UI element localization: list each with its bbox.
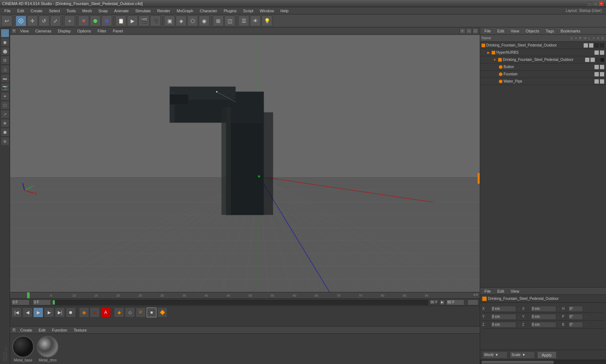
obj-row-button[interactable]: Button bbox=[480, 63, 606, 71]
obj-render-icon[interactable] bbox=[589, 43, 594, 48]
vp-menu-filter[interactable]: Filter bbox=[95, 28, 109, 34]
light-button[interactable]: 💡 bbox=[262, 15, 272, 26]
obj-menu-file[interactable]: File bbox=[482, 28, 494, 34]
coord-mode-dropdown[interactable]: Scale ▼ bbox=[510, 351, 535, 359]
timeline-track[interactable] bbox=[52, 300, 428, 305]
obj-tag-3a[interactable] bbox=[596, 58, 600, 62]
obj-render-3[interactable] bbox=[590, 57, 595, 62]
snap-button[interactable]: ⊞ bbox=[213, 15, 224, 26]
obj-menu-edit[interactable]: Edit bbox=[495, 28, 507, 34]
attr-input-b[interactable] bbox=[568, 322, 583, 328]
mode-y-button[interactable]: ⊕ bbox=[90, 15, 101, 26]
menu-create[interactable]: Create bbox=[28, 8, 45, 14]
menu-mograph[interactable]: MoGraph bbox=[174, 8, 196, 14]
scroll-thumb[interactable] bbox=[482, 361, 554, 364]
obj-row-hypernurbs[interactable]: ▶ HyperNURBS bbox=[480, 49, 606, 56]
vp-menu-view[interactable]: View bbox=[17, 28, 32, 34]
vp-icon-3[interactable]: □ bbox=[473, 28, 478, 34]
anim-button-1[interactable]: ◆ bbox=[114, 307, 124, 318]
obj-tag-3b[interactable] bbox=[600, 58, 605, 62]
attr-menu-edit[interactable]: Edit bbox=[495, 288, 507, 294]
attr-input-x[interactable] bbox=[491, 306, 516, 312]
anim-button-3[interactable]: P bbox=[136, 307, 146, 318]
menu-plugins[interactable]: Plugins bbox=[221, 8, 240, 14]
obj-visibility-icon[interactable] bbox=[583, 43, 588, 48]
window-controls[interactable]: − □ × bbox=[587, 1, 604, 6]
obj-row-fountain[interactable]: Fountain bbox=[480, 71, 606, 78]
fps-input[interactable] bbox=[467, 299, 478, 305]
object-mode-button[interactable]: ▣ bbox=[164, 15, 175, 26]
obj-vis-2[interactable] bbox=[594, 50, 599, 55]
vp-menu-cameras[interactable]: Cameras bbox=[32, 28, 54, 34]
tool-sculpt[interactable]: ❋ bbox=[1, 119, 9, 128]
attr-input-z2[interactable] bbox=[531, 322, 556, 328]
anim-button-2[interactable]: ◇ bbox=[125, 307, 135, 318]
tool-cylinder[interactable]: ⊟ bbox=[1, 56, 9, 65]
anim-button-4[interactable]: ■ bbox=[146, 307, 157, 318]
goto-start-button[interactable]: |◀ bbox=[12, 307, 22, 318]
menu-character[interactable]: Character bbox=[197, 8, 220, 14]
move-tool-button[interactable]: ✛ bbox=[27, 15, 38, 26]
render-all-button[interactable]: 🎥 bbox=[150, 15, 161, 26]
obj-render-6[interactable] bbox=[600, 79, 605, 84]
render-active-button[interactable]: 🎬 bbox=[139, 15, 149, 26]
mode-z-button[interactable]: ⊖ bbox=[101, 15, 112, 26]
minimize-button[interactable]: − bbox=[587, 1, 592, 6]
obj-tag-icon-1[interactable] bbox=[594, 43, 599, 48]
autokey-button[interactable]: A bbox=[101, 307, 111, 318]
record-button[interactable]: ⏺ bbox=[66, 307, 76, 318]
point-mode-button[interactable]: ◉ bbox=[199, 15, 210, 26]
mat-menu-edit[interactable]: Edit bbox=[36, 327, 48, 333]
tool-path[interactable]: ↗ bbox=[1, 110, 9, 119]
scale-tool-button[interactable]: ⤢ bbox=[50, 15, 61, 26]
tool-camera[interactable]: 📷 bbox=[1, 83, 9, 92]
attr-input-y2[interactable] bbox=[531, 314, 556, 320]
obj-vis-5[interactable] bbox=[594, 72, 599, 77]
coord-system-dropdown[interactable]: World ▼ bbox=[482, 351, 508, 359]
close-button[interactable]: × bbox=[599, 1, 604, 6]
material-ball-chrome[interactable] bbox=[37, 336, 58, 358]
rotate-tool-button[interactable]: ↺ bbox=[39, 15, 49, 26]
menu-render[interactable]: Render bbox=[154, 8, 173, 14]
goto-end-button[interactable]: ▶| bbox=[55, 307, 65, 318]
start-frame-input[interactable] bbox=[33, 299, 51, 305]
obj-row-waterpipe[interactable]: Water_Pipe bbox=[480, 78, 606, 85]
menu-simulate[interactable]: Simulate bbox=[132, 8, 154, 14]
end-frame-arrow[interactable]: ▶ bbox=[440, 300, 445, 305]
timeline-playhead[interactable] bbox=[53, 300, 55, 305]
display-mode-button[interactable]: ☰ bbox=[238, 15, 249, 26]
poly-mode-button[interactable]: ◈ bbox=[176, 15, 186, 26]
snap2-button[interactable]: ◫ bbox=[224, 15, 235, 26]
obj-menu-view[interactable]: View bbox=[508, 28, 522, 34]
tool-plane[interactable]: ▬ bbox=[1, 74, 9, 83]
render-settings-button[interactable]: 📋 bbox=[115, 15, 126, 26]
material-drag-handle[interactable]: ⠿ bbox=[12, 328, 17, 333]
bottom-scrollbar[interactable] bbox=[480, 360, 606, 364]
tool-cone[interactable]: △ bbox=[1, 65, 9, 74]
tool-select[interactable]: ⬚ bbox=[1, 29, 9, 37]
selection-tool-button[interactable] bbox=[16, 15, 26, 26]
viewport[interactable]: ⠿ View Cameras Display Options Filter Pa… bbox=[10, 27, 480, 292]
anim-button-5[interactable]: 🔶 bbox=[157, 307, 167, 318]
menu-file[interactable]: File bbox=[1, 8, 14, 14]
mat-menu-texture[interactable]: Texture bbox=[71, 327, 89, 333]
material-ball-base[interactable] bbox=[12, 336, 34, 358]
attr-input-y[interactable] bbox=[491, 314, 516, 320]
apply-button[interactable]: Apply bbox=[537, 351, 557, 359]
viewport-drag-handle[interactable]: ⠿ bbox=[12, 28, 17, 34]
vp-menu-display[interactable]: Display bbox=[55, 28, 74, 34]
keyframe-del-button[interactable]: ⊘ bbox=[90, 307, 100, 318]
render-preview-button[interactable]: ▶ bbox=[127, 15, 138, 26]
obj-menu-tags[interactable]: Tags bbox=[543, 28, 557, 34]
obj-tag-icon-2[interactable] bbox=[600, 43, 605, 48]
obj-vis-3[interactable] bbox=[585, 57, 590, 62]
obj-menu-bookmarks[interactable]: Bookmarks bbox=[558, 28, 583, 34]
stereo-button[interactable]: 👁 bbox=[250, 15, 261, 26]
tool-magnet[interactable]: ⊛ bbox=[1, 137, 9, 146]
menu-edit[interactable]: Edit bbox=[14, 8, 27, 14]
tool-polygon[interactable]: ⬠ bbox=[1, 101, 9, 110]
menu-animate[interactable]: Animate bbox=[111, 8, 132, 14]
attr-menu-file[interactable]: File bbox=[482, 288, 494, 294]
mode-x-button[interactable]: ✕ bbox=[78, 15, 89, 26]
scene-canvas[interactable]: Perspective .grid-line { stroke: #777; s… bbox=[10, 35, 480, 292]
